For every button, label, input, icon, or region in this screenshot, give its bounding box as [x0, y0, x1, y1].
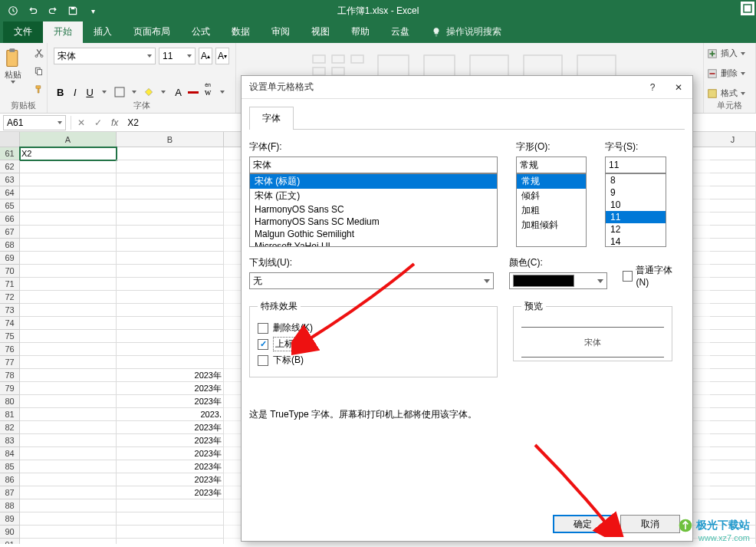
cell[interactable] [20, 434, 117, 447]
undo-icon[interactable] [25, 2, 41, 19]
list-item[interactable]: 宋体 (正文) [250, 189, 497, 203]
row-header[interactable]: 68 [0, 239, 20, 252]
cell[interactable] [20, 199, 117, 213]
fill-color-dropdown-icon[interactable] [157, 84, 170, 101]
cell[interactable] [20, 291, 117, 304]
cells-delete-button[interactable]: 删除 [707, 68, 752, 79]
list-item[interactable]: HarmonyOS Sans SC [250, 203, 497, 216]
italic-button[interactable]: I [68, 84, 81, 101]
row-header[interactable]: 78 [0, 369, 20, 382]
cell[interactable] [710, 304, 756, 317]
cell[interactable]: X2 [20, 147, 117, 160]
column-header-j[interactable]: J [710, 132, 756, 147]
cell[interactable] [20, 369, 117, 382]
increase-font-icon[interactable]: A▴ [199, 48, 212, 64]
cell[interactable] [20, 343, 117, 356]
cell[interactable] [20, 499, 117, 512]
cancel-button[interactable]: 取消 [620, 515, 680, 533]
cell[interactable] [710, 526, 756, 539]
cell[interactable] [710, 382, 756, 395]
autosave-icon[interactable] [5, 2, 21, 19]
cell[interactable] [20, 304, 117, 317]
cell[interactable] [710, 512, 756, 526]
underline-combo[interactable]: 无 [249, 272, 494, 289]
cell[interactable]: 2023年 [117, 486, 224, 499]
cell[interactable] [710, 160, 756, 173]
underline-dropdown-icon[interactable] [98, 84, 111, 101]
cell[interactable] [20, 486, 117, 499]
cell[interactable]: 2023年 [117, 369, 224, 382]
cell[interactable] [710, 186, 756, 199]
dialog-close-icon[interactable]: ✕ [672, 81, 685, 94]
cell[interactable]: 2023年 [117, 395, 224, 408]
fx-icon[interactable]: fx [111, 117, 118, 128]
cut-icon[interactable] [30, 44, 48, 61]
cell[interactable] [710, 226, 756, 239]
row-header[interactable]: 70 [0, 265, 20, 278]
cell[interactable]: 2023年 [117, 382, 224, 395]
tab-layout[interactable]: 页面布局 [123, 21, 181, 43]
cell[interactable]: 2023年 [117, 421, 224, 434]
tab-insert[interactable]: 插入 [83, 21, 123, 43]
select-all-corner[interactable] [0, 132, 20, 147]
row-header[interactable]: 91 [0, 539, 20, 544]
redo-icon[interactable] [44, 2, 61, 19]
cell[interactable] [20, 186, 117, 199]
cell[interactable] [710, 369, 756, 382]
cell[interactable] [710, 356, 756, 369]
cell[interactable] [20, 473, 117, 486]
cell[interactable] [710, 252, 756, 265]
list-item[interactable]: 宋体 (标题) [250, 174, 497, 189]
cell[interactable] [710, 421, 756, 434]
cell[interactable] [710, 330, 756, 343]
cell[interactable] [710, 173, 756, 186]
row-header[interactable]: 79 [0, 382, 20, 395]
row-header[interactable]: 87 [0, 486, 20, 499]
tab-file[interactable]: 文件 [3, 21, 43, 43]
row-header[interactable]: 67 [0, 226, 20, 239]
cell[interactable] [710, 486, 756, 499]
ok-button[interactable]: 确定 [553, 515, 613, 533]
font-input[interactable] [249, 157, 498, 173]
row-header[interactable]: 86 [0, 473, 20, 486]
cell[interactable] [117, 265, 224, 278]
cell[interactable] [710, 539, 756, 544]
underline-button[interactable]: U [84, 84, 97, 101]
cell[interactable] [20, 239, 117, 252]
fill-color-button[interactable] [143, 84, 156, 101]
cell[interactable] [20, 382, 117, 395]
name-box[interactable]: A61 [3, 115, 66, 130]
qat-customize-icon[interactable]: ▾ [84, 2, 101, 19]
cell[interactable] [117, 147, 224, 160]
row-header[interactable]: 61 [0, 147, 20, 160]
cell[interactable] [20, 173, 117, 186]
cell[interactable] [20, 330, 117, 343]
cell[interactable] [117, 278, 224, 291]
cell[interactable]: 2023年 [117, 473, 224, 486]
list-item[interactable]: Microsoft YaHei UI [250, 240, 497, 247]
cell[interactable] [20, 460, 117, 473]
row-header[interactable]: 84 [0, 447, 20, 460]
cell[interactable] [710, 460, 756, 473]
cell[interactable] [710, 291, 756, 304]
cell[interactable] [710, 434, 756, 447]
decrease-font-icon[interactable]: A▾ [215, 48, 229, 64]
column-header-a[interactable]: A [20, 132, 117, 147]
list-item[interactable]: 常规 [517, 174, 586, 189]
cell[interactable] [117, 252, 224, 265]
cell[interactable] [710, 499, 756, 512]
cell[interactable] [20, 539, 117, 544]
copy-icon[interactable] [30, 63, 48, 80]
cell[interactable] [20, 408, 117, 421]
cell[interactable] [117, 499, 224, 512]
border-button[interactable] [113, 84, 126, 101]
cell[interactable] [20, 265, 117, 278]
cell[interactable] [20, 278, 117, 291]
font-name-combo[interactable]: 宋体 [54, 48, 156, 64]
row-header[interactable]: 66 [0, 213, 20, 226]
font-size-combo[interactable]: 11 [159, 48, 196, 64]
column-header-b[interactable]: B [117, 132, 224, 147]
row-header[interactable]: 69 [0, 252, 20, 265]
strikethrough-checkbox[interactable]: 删除线(K) [258, 321, 489, 334]
cell[interactable] [20, 395, 117, 408]
